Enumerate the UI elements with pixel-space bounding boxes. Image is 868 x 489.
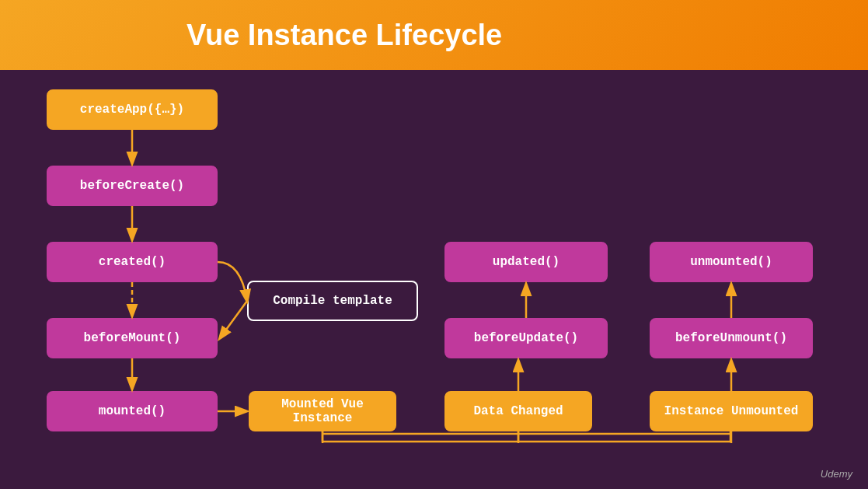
udemy-logo: Udemy — [821, 468, 852, 480]
node-updated: updated() — [444, 242, 608, 282]
node-createApp: createApp({…}) — [47, 89, 218, 130]
svg-line-3 — [220, 301, 247, 338]
node-created: created() — [47, 242, 218, 282]
node-beforeMount: beforeMount() — [47, 318, 218, 358]
node-beforeUpdate: beforeUpdate() — [444, 318, 608, 358]
node-mountedVueInstance: Mounted Vue Instance — [249, 391, 396, 431]
node-mounted: mounted() — [47, 391, 218, 431]
node-dataChanged: Data Changed — [444, 391, 592, 431]
header-bar: Vue Instance Lifecycle — [0, 0, 868, 70]
node-instanceUnmounted: Instance Unmounted — [650, 391, 813, 431]
page-title: Vue Instance Lifecycle — [186, 19, 502, 52]
node-unmounted: unmounted() — [650, 242, 813, 282]
node-compileTemplate: Compile template — [247, 281, 418, 321]
node-beforeUnmount: beforeUnmount() — [650, 318, 813, 358]
node-beforeCreate: beforeCreate() — [47, 166, 218, 206]
